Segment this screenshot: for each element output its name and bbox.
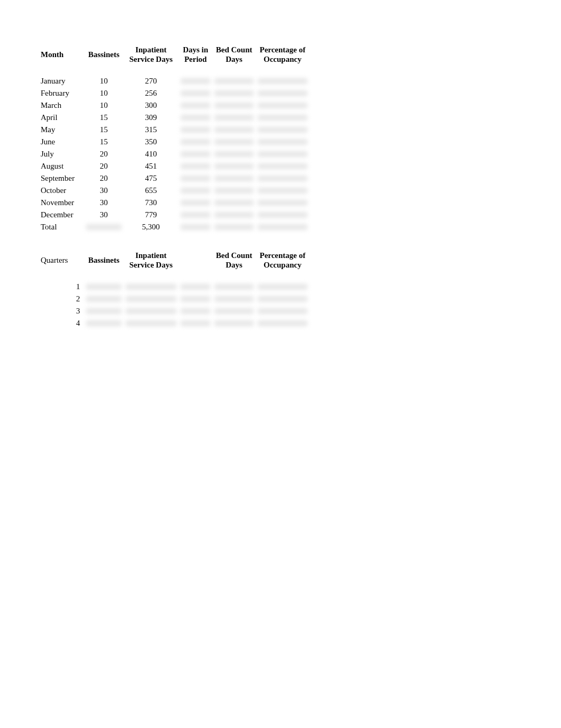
bed-count-cell [212,112,255,124]
days-period-cell [179,124,213,136]
q-percentage-cell [256,317,310,329]
inpatient-cell: 730 [124,197,179,209]
bassinets-cell: 15 [84,124,123,136]
bed-count-cell [212,172,255,185]
month-cell: October [40,185,84,197]
month-cell: January [40,75,84,87]
percentage-cell [256,75,310,87]
bed-count-cell [212,148,255,160]
quarterly-table-container: Quarters Bassinets Inpatient Service Day… [40,246,521,329]
bed-count-cell [212,160,255,172]
days-period-cell [179,148,213,160]
q-inpatient-cell [124,293,179,305]
q-inpatient-cell [124,305,179,317]
inpatient-cell: 256 [124,87,179,99]
header-bassinets: Bassinets [84,40,123,69]
month-cell: July [40,148,84,160]
quarter-cell: 3 [40,305,84,317]
q-empty-cell [179,293,213,305]
bassinets-cell: 30 [84,185,123,197]
inpatient-cell: 451 [124,160,179,172]
header-quarters: Quarters [40,246,84,274]
inpatient-cell: 475 [124,172,179,185]
total-bed-count-cell [212,221,255,233]
header-bed-count: Bed Count Days [212,40,255,69]
days-period-cell [179,136,213,148]
inpatient-cell: 410 [124,148,179,160]
q-bed-count-cell [212,317,255,329]
table-row: August 20 451 [40,160,310,172]
table-row: January 10 270 [40,75,310,87]
days-period-cell [179,197,213,209]
header-percentage-q: Percentage of Occupancy [256,246,310,274]
month-cell: April [40,112,84,124]
bed-count-cell [212,124,255,136]
header-days-period: Days in Period [179,40,213,69]
bed-count-cell [212,197,255,209]
q-bed-count-cell [212,293,255,305]
total-bassinets-cell [84,221,123,233]
percentage-cell [256,197,310,209]
table-row: May 15 315 [40,124,310,136]
inpatient-cell: 309 [124,112,179,124]
table-row: July 20 410 [40,148,310,160]
table-row: March 10 300 [40,99,310,112]
q-inpatient-cell [124,281,179,293]
month-cell: February [40,87,84,99]
inpatient-cell: 270 [124,75,179,87]
header-inpatient-q: Inpatient Service Days [124,246,179,274]
quarter-cell: 1 [40,281,84,293]
q-bed-count-cell [212,281,255,293]
month-cell: June [40,136,84,148]
bassinets-cell: 15 [84,136,123,148]
monthly-table: Month Bassinets Inpatient Service Days D… [40,40,310,233]
percentage-cell [256,99,310,112]
q-inpatient-cell [124,317,179,329]
bassinets-cell: 10 [84,87,123,99]
month-cell: August [40,160,84,172]
total-inpatient-cell: 5,300 [124,221,179,233]
header-empty-q [179,246,213,274]
percentage-cell [256,87,310,99]
bed-count-cell [212,136,255,148]
header-bed-count-q: Bed Count Days [212,246,255,274]
inpatient-cell: 779 [124,209,179,221]
header-inpatient: Inpatient Service Days [124,40,179,69]
bassinets-cell: 30 [84,209,123,221]
q-bassinets-cell [84,293,123,305]
q-bassinets-cell [84,305,123,317]
q-bassinets-cell [84,281,123,293]
bed-count-cell [212,185,255,197]
bassinets-cell: 20 [84,148,123,160]
percentage-cell [256,209,310,221]
q-percentage-cell [256,293,310,305]
table-row: October 30 655 [40,185,310,197]
header-bassinets-q: Bassinets [84,246,123,274]
table-row: November 30 730 [40,197,310,209]
q-empty-cell [179,305,213,317]
header-percentage: Percentage of Occupancy [256,40,310,69]
percentage-cell [256,124,310,136]
quarter-cell: 4 [40,317,84,329]
inpatient-cell: 315 [124,124,179,136]
bassinets-cell: 20 [84,160,123,172]
month-cell: May [40,124,84,136]
table-row: February 10 256 [40,87,310,99]
q-percentage-cell [256,281,310,293]
table-row: 1 [40,281,310,293]
days-period-cell [179,209,213,221]
bassinets-cell: 15 [84,112,123,124]
month-cell: March [40,99,84,112]
q-empty-cell [179,281,213,293]
days-period-cell [179,160,213,172]
percentage-cell [256,160,310,172]
days-period-cell [179,99,213,112]
table-row: 2 [40,293,310,305]
month-cell: November [40,197,84,209]
total-row: Total 5,300 [40,221,310,233]
quarterly-header-row: Quarters Bassinets Inpatient Service Day… [40,246,310,274]
table-row: June 15 350 [40,136,310,148]
bed-count-cell [212,75,255,87]
table-row: April 15 309 [40,112,310,124]
days-period-cell [179,185,213,197]
